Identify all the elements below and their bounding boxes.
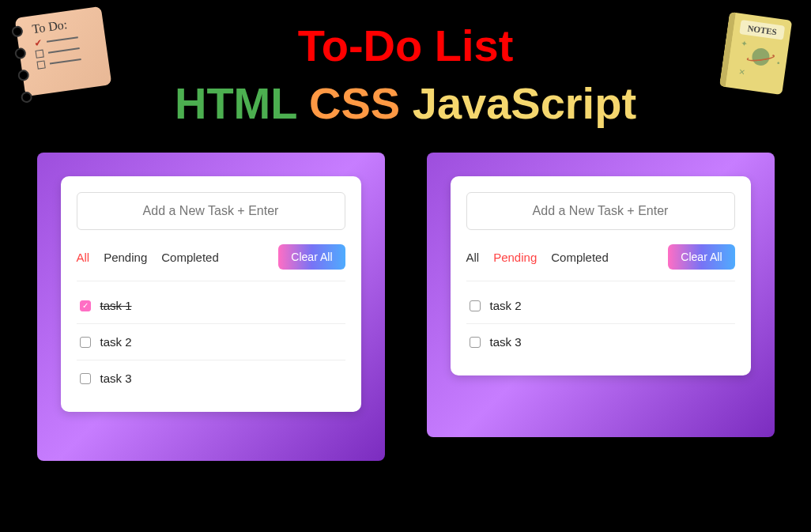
clear-all-button[interactable]: Clear All	[278, 244, 345, 270]
tech-css: CSS	[309, 78, 400, 128]
notes-book-icon: NOTES ✦ ✕ •	[719, 12, 792, 95]
task-label: task 3	[490, 335, 522, 349]
filter-pending[interactable]: Pending	[104, 251, 147, 264]
task-list: ✓ task 1 task 2 task 3	[77, 288, 345, 396]
tech-html: HTML	[175, 78, 297, 128]
new-task-input[interactable]	[466, 192, 735, 230]
page-header: To-Do List HTML CSS JavaScript	[0, 0, 811, 129]
task-row: task 3	[77, 360, 345, 396]
task-label: task 1	[100, 299, 132, 312]
task-row: ✓ task 1	[77, 288, 345, 324]
task-label: task 3	[100, 372, 132, 385]
notes-icon-label: NOTES	[739, 20, 785, 40]
filter-pending[interactable]: Pending	[493, 251, 537, 264]
task-row: task 2	[77, 324, 345, 360]
filter-all[interactable]: All	[77, 251, 90, 264]
clear-all-button[interactable]: Clear All	[668, 244, 734, 270]
todo-panel-pending: All Pending Completed Clear All task 2 t…	[427, 153, 775, 437]
task-list: task 2 task 3	[466, 288, 735, 360]
todo-notepad-icon: To Do: ✔	[15, 6, 112, 96]
todo-panel-all: All Pending Completed Clear All ✓ task 1…	[37, 153, 385, 461]
task-checkbox[interactable]: ✓	[80, 300, 91, 311]
task-row: task 3	[466, 324, 735, 360]
task-row: task 2	[466, 288, 735, 324]
task-checkbox[interactable]	[470, 337, 481, 348]
task-checkbox[interactable]	[470, 300, 481, 311]
filter-completed[interactable]: Completed	[161, 251, 219, 264]
todo-card: All Pending Completed Clear All ✓ task 1…	[61, 176, 361, 412]
task-checkbox[interactable]	[80, 373, 91, 384]
task-label: task 2	[490, 299, 522, 312]
page-subtitle: HTML CSS JavaScript	[0, 77, 811, 129]
new-task-input[interactable]	[77, 192, 345, 230]
filter-all[interactable]: All	[466, 251, 480, 264]
tech-js: JavaScript	[413, 78, 636, 128]
todo-card: All Pending Completed Clear All task 2 t…	[451, 176, 751, 375]
filter-completed[interactable]: Completed	[551, 251, 609, 264]
page-title: To-Do List	[0, 20, 811, 71]
task-label: task 2	[100, 335, 132, 349]
task-checkbox[interactable]	[80, 337, 91, 348]
